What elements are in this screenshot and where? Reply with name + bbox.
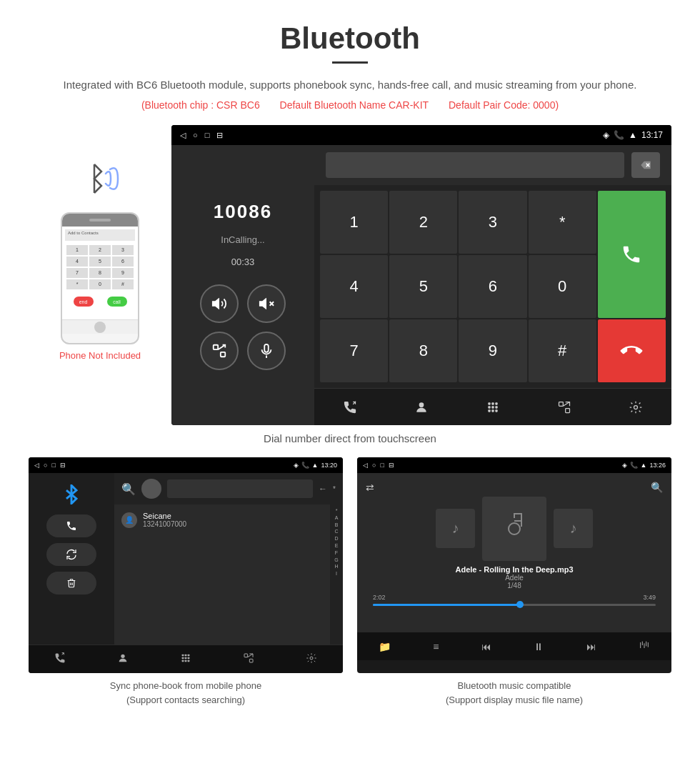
- home-nav-icon: ○: [193, 131, 198, 139]
- nav-call-icon[interactable]: [337, 394, 363, 420]
- music-back-icon: ◁: [363, 462, 368, 469]
- numpad-grid: 1 2 3 * 4 5 6 0 7 8: [314, 185, 671, 388]
- pb-nav-dialer[interactable]: [180, 652, 191, 666]
- svg-rect-36: [185, 660, 187, 662]
- pb-back-icon: ◁: [34, 462, 39, 469]
- dial-input-box[interactable]: [326, 152, 624, 178]
- pb-nav-call[interactable]: [54, 652, 66, 666]
- pb-call-btn[interactable]: [46, 514, 96, 537]
- music-screenshot-icon: ⊟: [389, 462, 394, 469]
- contact-number: 13241007000: [143, 520, 186, 528]
- pb-contact-item[interactable]: 👤 Seicane 13241007000: [121, 509, 323, 531]
- key-2[interactable]: 2: [389, 191, 457, 254]
- subtitle-text: Integrated with BC6 Bluetooth module, su…: [29, 76, 671, 94]
- key-zero[interactable]: 0: [529, 255, 596, 318]
- music-nav-folder[interactable]: 📁: [379, 641, 391, 652]
- music-bottom-nav: 📁 ≡ ⏮ ⏸ ⏭: [357, 632, 671, 660]
- music-small-art-right: ♪: [554, 509, 593, 548]
- svg-point-13: [419, 402, 424, 407]
- pb-nav-contacts[interactable]: [117, 652, 129, 666]
- svg-rect-15: [491, 402, 494, 404]
- pb-contacts-list: 👤 Seicane 13241007000: [114, 504, 330, 645]
- music-nav-play[interactable]: ⏸: [534, 641, 544, 652]
- pb-nav-transfer[interactable]: [243, 652, 254, 666]
- key-1[interactable]: 1: [320, 191, 388, 254]
- phonebook-android: ◁ ○ □ ⊟ ◈ 📞 ▲ 13:20: [29, 457, 343, 673]
- music-nav-next[interactable]: ⏭: [586, 641, 596, 652]
- dial-input-row: [314, 145, 671, 185]
- svg-rect-19: [495, 406, 497, 408]
- volume-up-btn[interactable]: [200, 284, 239, 323]
- mic-btn[interactable]: [247, 332, 286, 370]
- svg-point-42: [509, 523, 520, 534]
- key-6[interactable]: 6: [459, 255, 526, 318]
- pb-nav-settings[interactable]: [306, 652, 317, 666]
- svg-rect-14: [488, 402, 490, 404]
- svg-line-7: [218, 344, 225, 349]
- svg-rect-32: [182, 657, 184, 660]
- dial-bottom-nav: [314, 388, 671, 425]
- mini-phone-top: [62, 214, 138, 227]
- dial-number: 10086: [214, 201, 272, 223]
- key-call-green[interactable]: [598, 191, 666, 318]
- music-song-title: Adele - Rolling In the Deep.mp3: [455, 565, 573, 574]
- phone-signal-icon: 📞: [614, 130, 624, 140]
- key-5[interactable]: 5: [389, 255, 457, 318]
- statusbar-time: 13:17: [641, 130, 663, 140]
- music-nav-list[interactable]: ≡: [433, 641, 439, 652]
- key-hangup[interactable]: [598, 319, 666, 382]
- music-shuffle-icon[interactable]: ⇄: [366, 482, 374, 493]
- progress-track[interactable]: [373, 604, 656, 606]
- key-9[interactable]: 9: [459, 319, 526, 382]
- bottom-left-caption: Sync phone-book from mobile phone (Suppo…: [29, 679, 343, 707]
- svg-rect-6: [221, 352, 225, 356]
- pb-search-input[interactable]: [167, 479, 313, 498]
- svg-point-41: [310, 657, 313, 660]
- control-buttons: [200, 284, 286, 370]
- music-info: Adele - Rolling In the Deep.mp3 Adele 1/…: [455, 565, 573, 590]
- delete-btn[interactable]: [631, 152, 660, 178]
- nav-transfer-icon[interactable]: [551, 394, 577, 420]
- key-3[interactable]: 3: [459, 191, 526, 254]
- music-statusbar: ◁ ○ □ ⊟ ◈ 📞 ▲ 13:26: [357, 457, 671, 473]
- svg-rect-40: [249, 659, 253, 662]
- spec-code: Default Pair Code: 0000): [449, 99, 559, 111]
- music-time: 13:26: [649, 462, 666, 469]
- key-8[interactable]: 8: [389, 319, 457, 382]
- svg-point-28: [121, 655, 124, 658]
- key-star[interactable]: *: [529, 191, 596, 254]
- volume-down-btn[interactable]: [247, 284, 286, 323]
- nav-settings-icon[interactable]: [623, 394, 649, 420]
- pb-delete-btn[interactable]: [46, 572, 96, 595]
- mini-phone-screen: Add to Contacts 1 2 3 4 5 6 7 8 9 * 0 #: [62, 227, 138, 319]
- progress-times: 2:02 3:49: [373, 594, 656, 601]
- music-search-icon[interactable]: 🔍: [651, 482, 663, 493]
- title-underline: [332, 61, 368, 64]
- pb-sync-btn[interactable]: [46, 543, 96, 566]
- pb-bottom-nav: [29, 645, 343, 673]
- progress-fill: [373, 604, 520, 606]
- svg-rect-20: [488, 409, 490, 412]
- music-nav-prev[interactable]: ⏮: [481, 641, 491, 652]
- svg-line-24: [563, 402, 569, 406]
- music-android: ◁ ○ □ ⊟ ◈ 📞 ▲ 13:26 ⇄ 🔍: [357, 457, 671, 673]
- album-art-main: [482, 497, 546, 561]
- mini-phone-bottom: [62, 319, 138, 334]
- pb-home-icon: ○: [44, 462, 47, 469]
- recents-nav-icon: □: [205, 131, 210, 139]
- key-7[interactable]: 7: [320, 319, 388, 382]
- svg-point-26: [634, 405, 638, 409]
- call-timer: 00:33: [231, 257, 255, 267]
- nav-dialer-icon[interactable]: [480, 394, 506, 420]
- key-hash[interactable]: #: [529, 319, 596, 382]
- nav-contacts-icon[interactable]: [409, 394, 434, 420]
- pb-bluetooth-icon: [57, 480, 86, 509]
- transfer-btn[interactable]: [200, 332, 239, 370]
- music-main-content: ⇄ 🔍 ♪: [357, 473, 671, 632]
- specs-line: (Bluetooth chip : CSR BC6 Default Blueto…: [29, 99, 671, 111]
- svg-rect-16: [495, 402, 497, 404]
- key-4[interactable]: 4: [320, 255, 388, 318]
- pb-recents-icon: □: [51, 462, 55, 469]
- music-screenshot: ◁ ○ □ ⊟ ◈ 📞 ▲ 13:26 ⇄ 🔍: [357, 457, 671, 707]
- music-nav-equalizer[interactable]: [639, 640, 650, 653]
